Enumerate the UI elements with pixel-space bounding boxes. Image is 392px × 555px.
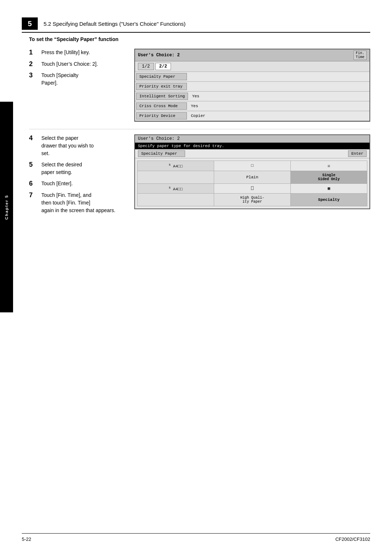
step-7-number: 7 xyxy=(29,191,39,199)
menu-priority-exit-tray[interactable]: Priority exit tray xyxy=(135,82,369,92)
specialty-paper-btn[interactable]: Specialty Paper xyxy=(136,73,187,80)
utility-sidebar-label: Utility Mode Operations xyxy=(2,213,6,259)
step-1-number: 1 xyxy=(29,49,39,57)
screen2-subheader: Specify paper type for desired tray. xyxy=(135,143,369,149)
step-6-number: 6 xyxy=(29,180,39,188)
header-title: 5.2 Specifying Default Settings ("User's… xyxy=(44,21,185,27)
menu-specialty-paper[interactable]: Specialty Paper xyxy=(135,72,369,82)
menu-criss-cross-mode: Criss Cross Mode Yes xyxy=(135,101,369,111)
screen2-specialty-row: Specialty Paper Enter xyxy=(135,149,369,158)
page-header: 5 5.2 Specifying Default Settings ("User… xyxy=(22,17,370,33)
step-4: 4 Select the paperdrawer that you wish t… xyxy=(29,134,123,157)
footer-model-number: CF2002/CF3102 xyxy=(335,536,370,542)
screen2-subheader-text: Specify paper type for desired tray. xyxy=(138,144,224,148)
tray-cell-specialty[interactable]: Specialty xyxy=(291,194,367,206)
tray-cell-single-sided[interactable]: SingleSided Only xyxy=(291,171,367,183)
criss-cross-btn[interactable]: Criss Cross Mode xyxy=(136,102,187,110)
step-2-number: 2 xyxy=(29,60,39,68)
screen1-tabs: 1/2 2/2 xyxy=(135,61,369,72)
tab-2-2[interactable]: 2/2 xyxy=(155,63,171,70)
tray-row-3: s A4□□ ⎕ ▦ xyxy=(138,183,367,194)
enter-btn[interactable]: Enter xyxy=(348,150,367,157)
step-1: 1 Press the [Utility] key. xyxy=(29,49,123,57)
step-3-number: 3 xyxy=(29,72,39,80)
ui-screen-1: User's Choice: 2 Fin.Time 1/2 2/2 Specia… xyxy=(134,49,370,122)
section-heading: To set the “Specialty Paper” function xyxy=(29,36,370,42)
tray-cell-plain[interactable]: Plain xyxy=(214,171,291,183)
chapter-number-box: 5 xyxy=(22,17,38,30)
step-2: 2 Touch [User’s Choice: 2]. xyxy=(29,60,123,68)
screen1-header: User's Choice: 2 Fin.Time xyxy=(135,49,369,61)
utility-sidebar: Utility Mode Operations xyxy=(0,182,8,291)
tray-cell-empty-1: □ xyxy=(214,161,291,171)
main-content: To set the “Specialty Paper” function 1 … xyxy=(29,36,370,225)
step-4-text: Select the paperdrawer that you wish tos… xyxy=(41,134,94,157)
tray-cell-checked-1: ☒ xyxy=(291,161,367,171)
tray-cell-a4-1[interactable]: s A4□□ xyxy=(138,161,214,171)
tray-cell-empty-row2 xyxy=(138,171,214,183)
screen2-title: User's Choice: 2 xyxy=(138,136,180,141)
steps-screen2-area: 4 Select the paperdrawer that you wish t… xyxy=(29,134,370,218)
step-6: 6 Touch [Enter]. xyxy=(29,180,123,188)
tab-1-2[interactable]: 1/2 xyxy=(138,63,154,70)
tray-cell-symbol-h: ⎕ xyxy=(214,183,291,194)
divider xyxy=(29,129,370,129)
steps-screen1-area: 1 Press the [Utility] key. 2 Touch [User… xyxy=(29,49,370,122)
tray-grid-container: s A4□□ □ ☒ Plain SingleSided Only xyxy=(135,158,369,208)
footer-page-number: 5-22 xyxy=(22,536,31,542)
criss-cross-value: Yes xyxy=(188,103,201,109)
footer: 5-22 CF2002/CF3102 xyxy=(22,533,370,542)
tray-row-1: s A4□□ □ ☒ xyxy=(138,161,367,171)
screen1: User's Choice: 2 Fin.Time 1/2 2/2 Specia… xyxy=(134,49,370,122)
step-5: 5 Select the desiredpaper setting. xyxy=(29,161,123,176)
step-4-number: 4 xyxy=(29,134,39,142)
intelligent-sorting-value: Yes xyxy=(189,93,202,100)
tray-row-2: Plain SingleSided Only xyxy=(138,171,367,183)
step-7-text: Touch [Fin. Time], andthen touch [Fin. T… xyxy=(41,191,115,214)
fin-time-btn[interactable]: Fin.Time xyxy=(354,50,367,60)
priority-exit-tray-btn[interactable]: Priority exit tray xyxy=(136,83,187,90)
steps-4-7: 4 Select the paperdrawer that you wish t… xyxy=(29,134,123,218)
step-2-text: Touch [User’s Choice: 2]. xyxy=(41,60,98,68)
tray-cell-symbol2: ▦ xyxy=(291,183,367,194)
priority-device-btn[interactable]: Priority Device xyxy=(136,112,187,119)
menu-priority-device: Priority Device Copier xyxy=(135,111,369,121)
step-3-text: Touch [SpecialtyPaper]. xyxy=(41,72,78,87)
chapter-number: 5 xyxy=(28,20,32,28)
screen2-specialty-btn[interactable]: Specialty Paper xyxy=(138,150,185,157)
ui-screen-2: User's Choice: 2 Specify paper type for … xyxy=(134,134,370,209)
intelligent-sorting-btn[interactable]: Intelligent Sorting xyxy=(136,93,188,100)
steps-1-3: 1 Press the [Utility] key. 2 Touch [User… xyxy=(29,49,123,122)
step-6-text: Touch [Enter]. xyxy=(41,180,73,187)
tray-cell-a4-2[interactable]: s A4□□ xyxy=(138,183,214,194)
tray-cell-empty-row4 xyxy=(138,194,214,206)
step-7: 7 Touch [Fin. Time], andthen touch [Fin.… xyxy=(29,191,123,214)
step-3: 3 Touch [SpecialtyPaper]. xyxy=(29,72,123,87)
menu-intelligent-sorting: Intelligent Sorting Yes xyxy=(135,92,369,101)
screen1-title: User's Choice: 2 xyxy=(138,53,180,58)
tray-cell-high-quality[interactable]: High Quali-ity Paper xyxy=(214,194,291,206)
screen2-header: User's Choice: 2 xyxy=(135,135,369,143)
tray-row-4: High Quali-ity Paper Specialty xyxy=(138,194,367,206)
step-5-number: 5 xyxy=(29,161,39,169)
step-5-text: Select the desiredpaper setting. xyxy=(41,161,82,176)
priority-device-value: Copier xyxy=(188,113,208,119)
step-1-text: Press the [Utility] key. xyxy=(41,49,90,56)
page: 5 5.2 Specifying Default Settings ("User… xyxy=(0,0,392,555)
screen2: User's Choice: 2 Specify paper type for … xyxy=(134,134,370,218)
tray-table: s A4□□ □ ☒ Plain SingleSided Only xyxy=(137,161,367,206)
